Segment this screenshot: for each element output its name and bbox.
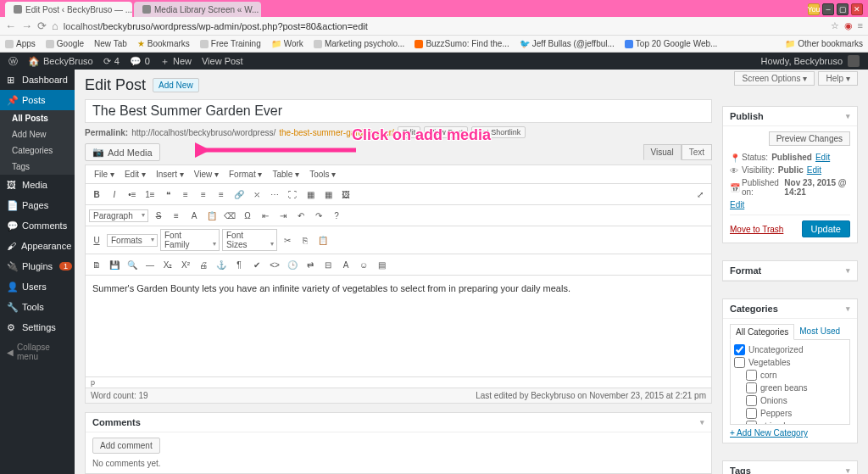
bookmark-star-icon[interactable]: ☆	[831, 20, 839, 31]
viewpost-link[interactable]: View Post	[202, 56, 243, 66]
sidebar-sub-categories[interactable]: Categories	[0, 142, 75, 159]
paste-icon[interactable]: 📋	[204, 208, 220, 223]
new-link[interactable]: ＋ New	[160, 55, 192, 68]
category-checkbox[interactable]	[746, 408, 757, 419]
template-icon[interactable]: ▤	[374, 257, 389, 272]
category-item[interactable]: corn	[734, 369, 846, 382]
sidebar-item-appearance[interactable]: 🖌Appearance	[0, 236, 75, 256]
categories-heading[interactable]: Categories	[723, 299, 857, 319]
category-checkbox[interactable]	[734, 357, 745, 368]
you-badge[interactable]: You	[808, 3, 820, 15]
category-checkbox[interactable]	[734, 344, 745, 355]
pagebreak-icon[interactable]: ⊟	[320, 257, 336, 272]
unlink-icon[interactable]: ⤫	[249, 187, 264, 202]
print-icon[interactable]: 🖨	[196, 257, 211, 272]
date-edit-link[interactable]: Edit	[730, 200, 744, 209]
indent-icon[interactable]: ⇥	[275, 208, 291, 223]
sidebar-item-comments[interactable]: 💬Comments	[0, 215, 75, 236]
emoticon-icon[interactable]: ☺	[356, 257, 371, 272]
post-title-input[interactable]	[85, 99, 712, 123]
list-ul-icon[interactable]: •≡	[125, 187, 140, 202]
avatar[interactable]	[848, 55, 860, 67]
format-heading[interactable]: Format	[723, 261, 857, 281]
redo-icon[interactable]: ↷	[311, 208, 326, 223]
save-icon[interactable]: 💾	[107, 257, 122, 272]
menu-insert[interactable]: Insert ▾	[153, 168, 187, 181]
bookmark-item[interactable]: BuzzSumo: Find the...	[415, 39, 509, 48]
updates-link[interactable]: ⟳ 4	[103, 56, 120, 67]
comments-link[interactable]: 💬 0	[130, 56, 150, 67]
search-icon[interactable]: 🔍	[125, 257, 140, 272]
pinterest-icon[interactable]: ◉	[844, 20, 853, 31]
category-item[interactable]: string beans	[734, 420, 846, 425]
other-bookmarks[interactable]: 📁Other bookmarks	[785, 39, 863, 48]
category-item[interactable]: Uncategorized	[734, 343, 846, 356]
howdy-text[interactable]: Howdy, Beckybruso	[761, 56, 843, 66]
visual-tab[interactable]: Visual	[643, 144, 682, 160]
add-media-button[interactable]: 📷Add Media	[85, 143, 160, 161]
time-icon[interactable]: 🕒	[285, 257, 300, 272]
comments-heading[interactable]: Comments	[86, 413, 711, 432]
site-link[interactable]: 🏠 BeckyBruso	[28, 56, 93, 67]
fontsizes-select[interactable]: Font Sizes	[222, 229, 277, 251]
category-item[interactable]: Vegetables	[734, 356, 846, 369]
collapse-menu[interactable]: ◀Collapse menu	[0, 337, 75, 366]
category-item[interactable]: Peppers	[734, 407, 846, 420]
align-center-icon[interactable]: ≡	[196, 187, 211, 202]
image-icon[interactable]: 🖼	[338, 187, 353, 202]
fontfamily-select[interactable]: Font Family	[160, 229, 220, 251]
categories-list[interactable]: UncategorizedVegetablescorngreen beansOn…	[730, 340, 850, 425]
sidebar-item-dashboard[interactable]: ⊞Dashboard	[0, 70, 75, 90]
help-button[interactable]: Help ▾	[818, 71, 858, 86]
category-checkbox[interactable]	[746, 370, 757, 381]
anchor-icon[interactable]: ⚓	[214, 257, 229, 272]
sidebar-item-tools[interactable]: 🔧Tools	[0, 297, 75, 317]
address-bar[interactable]: localhost/beckybruso/wordpress/wp-admin/…	[64, 21, 826, 31]
cut-icon[interactable]: ✂	[280, 232, 295, 248]
bgcolor-icon[interactable]: A	[338, 257, 353, 272]
wp-logo-icon[interactable]: ⓦ	[8, 55, 18, 68]
help-icon[interactable]: ?	[329, 208, 344, 223]
sidebar-sub-allposts[interactable]: All Posts	[0, 110, 75, 126]
spellcheck-icon[interactable]: ✔	[249, 257, 264, 272]
add-new-button[interactable]: Add New	[153, 78, 199, 92]
categories-tab-most[interactable]: Most Used	[794, 324, 845, 339]
text-tab[interactable]: Text	[682, 144, 712, 160]
link-icon[interactable]: 🔗	[231, 187, 247, 202]
fullscreen-icon[interactable]: ⛶	[285, 187, 300, 202]
rtl-icon[interactable]: ⇄	[303, 257, 318, 272]
sidebar-item-pages[interactable]: 📄Pages	[0, 195, 75, 215]
quote-icon[interactable]: ❝	[160, 187, 175, 202]
window-minimize-icon[interactable]: –	[822, 3, 834, 15]
browser-tab-active[interactable]: Edit Post ‹ BeckyBruso — ...	[5, 2, 132, 17]
list-ol-icon[interactable]: 1≡	[142, 187, 158, 202]
editor-content[interactable]: Summer's Garden Bounty lets you have an …	[85, 275, 712, 377]
underline-icon[interactable]: U	[89, 232, 104, 248]
bold-icon[interactable]: B	[89, 187, 104, 202]
category-checkbox[interactable]	[746, 421, 757, 425]
window-maximize-icon[interactable]: ▢	[837, 3, 849, 15]
align-right-icon[interactable]: ≡	[214, 187, 229, 202]
preview-button[interactable]: Preview Changes	[769, 131, 850, 146]
menu-view[interactable]: View ▾	[191, 168, 222, 181]
sidebar-item-plugins[interactable]: 🔌Plugins1	[0, 256, 75, 276]
italic-icon[interactable]: I	[107, 187, 122, 202]
copy-icon[interactable]: ⎘	[298, 232, 313, 248]
paste2-icon[interactable]: 📋	[315, 232, 331, 248]
add-comment-button[interactable]: Add comment	[92, 438, 160, 454]
tags-heading[interactable]: Tags	[723, 461, 857, 474]
undo-icon[interactable]: ↶	[293, 208, 309, 223]
formats-select[interactable]: Formats	[107, 234, 158, 247]
category-item[interactable]: Onions	[734, 394, 846, 407]
bookmark-item[interactable]: ★Bookmarks	[137, 39, 190, 48]
menu-tools[interactable]: Tools ▾	[306, 168, 339, 181]
sidebar-item-media[interactable]: 🖼Media	[0, 175, 75, 195]
align-left-icon[interactable]: ≡	[178, 187, 193, 202]
bookmark-item[interactable]: Google	[46, 39, 84, 48]
back-icon[interactable]: ←	[5, 20, 16, 32]
distraction-free-icon[interactable]: ⤢	[693, 187, 708, 202]
reload-icon[interactable]: ⟳	[37, 20, 47, 32]
code-icon[interactable]: <>	[267, 257, 282, 272]
bookmark-item[interactable]: Marketing psycholo...	[314, 39, 405, 48]
menu-icon[interactable]: ≡	[858, 20, 863, 31]
